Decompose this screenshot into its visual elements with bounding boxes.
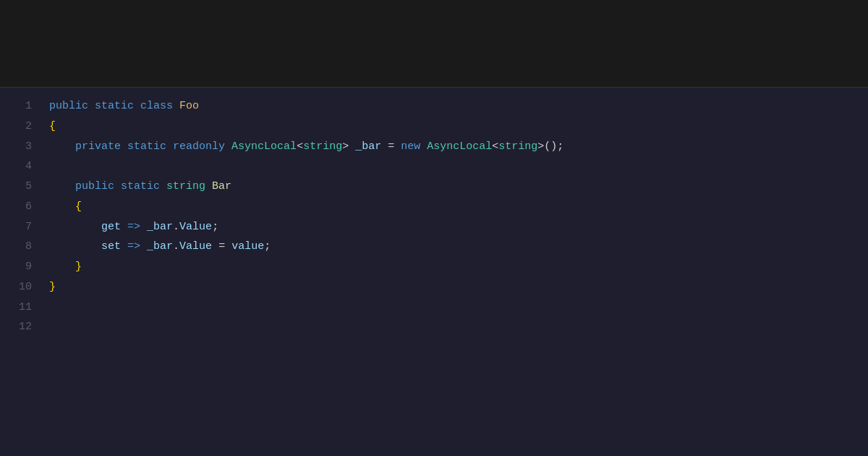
line-num-11: 11 xyxy=(6,297,32,318)
code-line-9: } xyxy=(49,257,868,277)
line-num-1: 1 xyxy=(6,96,32,117)
code-line-5: public static string Bar xyxy=(49,177,868,197)
code-line-12 xyxy=(49,317,868,337)
line-num-7: 7 xyxy=(6,217,32,237)
code-line-2: { xyxy=(49,117,868,137)
line-numbers: 1 2 3 4 5 6 7 8 9 10 11 12 xyxy=(0,88,43,456)
code-line-8: set => _bar.Value = value; xyxy=(49,237,868,257)
code-area[interactable]: public static class Foo { private static… xyxy=(43,88,868,456)
line-num-8: 8 xyxy=(6,237,32,257)
code-line-7: get => _bar.Value; xyxy=(49,217,868,237)
code-line-1: public static class Foo xyxy=(49,96,868,117)
editor-container: 1 2 3 4 5 6 7 8 9 10 11 12 public static… xyxy=(0,87,868,456)
code-line-10: } xyxy=(49,277,868,297)
line-num-12: 12 xyxy=(6,317,32,337)
code-line-6: { xyxy=(49,197,868,217)
line-num-4: 4 xyxy=(6,156,32,177)
line-num-2: 2 xyxy=(6,117,32,137)
code-line-3: private static readonly AsyncLocal<strin… xyxy=(49,137,868,157)
line-num-5: 5 xyxy=(6,177,32,197)
code-line-11 xyxy=(49,297,868,318)
line-num-10: 10 xyxy=(6,277,32,297)
line-num-6: 6 xyxy=(6,197,32,217)
top-bar xyxy=(0,0,868,87)
code-line-4 xyxy=(49,156,868,177)
line-num-3: 3 xyxy=(6,137,32,157)
line-num-9: 9 xyxy=(6,257,32,277)
